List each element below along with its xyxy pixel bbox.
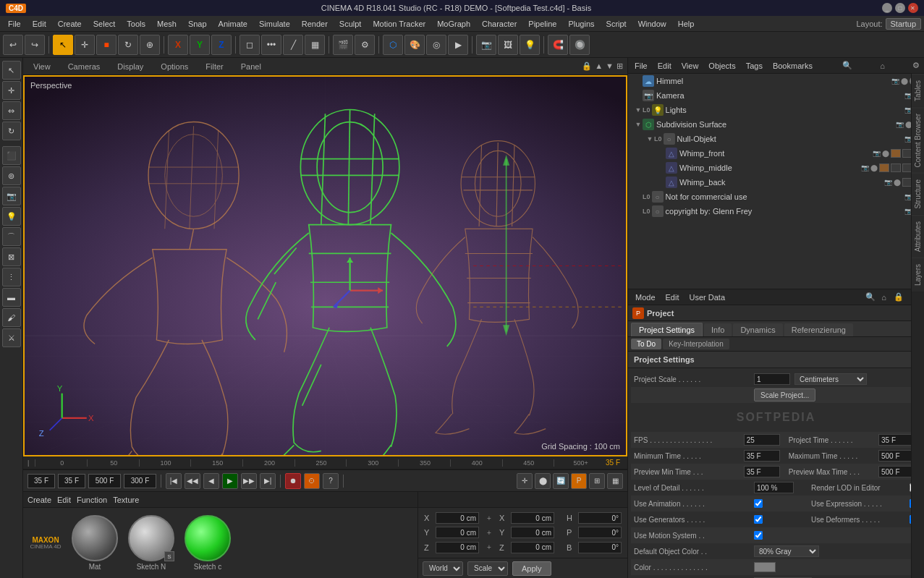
tool-scale[interactable]: ⇔: [2, 101, 21, 120]
coord-x-input[interactable]: [436, 512, 479, 524]
coord-y-input[interactable]: [436, 527, 479, 538]
menu-edit[interactable]: Edit: [27, 18, 51, 30]
attr-usemotion-checkbox[interactable]: [754, 531, 763, 540]
obj-search-icon[interactable]: 🔍: [841, 59, 854, 72]
step-back[interactable]: ◀◀: [185, 473, 200, 489]
menu-mograph[interactable]: MoGraph: [432, 18, 475, 30]
vert-tab-attributes[interactable]: Attributes: [912, 215, 924, 258]
attr-home-icon[interactable]: ⌂: [880, 292, 888, 303]
mat-menu-texture[interactable]: Texture: [113, 496, 139, 504]
obj-row-lights[interactable]: ▼ L0 💡 Lights 📷 ⬤: [628, 103, 924, 117]
layout-dropdown[interactable]: Startup: [886, 18, 921, 30]
material-mat[interactable]: Mat: [69, 515, 120, 571]
material-swatch-sketch2[interactable]: [185, 515, 231, 561]
obj-menu-objects[interactable]: Objects: [705, 60, 739, 72]
vp-tab-filter[interactable]: Filter: [200, 61, 229, 72]
material-swatch-sketch1[interactable]: S: [128, 515, 174, 561]
attr-menu-userdata[interactable]: User Data: [687, 292, 729, 303]
obj-row-notcommercial[interactable]: L0 ○ Not for commercial use 📷 ⬤: [628, 190, 924, 204]
menu-plugins[interactable]: Plugins: [563, 18, 599, 30]
coord-toggle[interactable]: ⬡: [383, 35, 403, 55]
attr-subtab-todo[interactable]: To Do: [631, 339, 661, 349]
scale-project-button[interactable]: Scale Project...: [754, 388, 815, 401]
tool-cube[interactable]: ⬛: [2, 146, 21, 165]
menu-render[interactable]: Render: [297, 18, 333, 30]
attr-mintime-input[interactable]: [744, 450, 780, 462]
play-fast[interactable]: ▶▶: [241, 473, 257, 489]
mat-menu-edit[interactable]: Edit: [57, 496, 71, 504]
move-transport[interactable]: ✛: [517, 473, 533, 489]
max-frame-input[interactable]: [124, 474, 156, 488]
attr-scale-input[interactable]: [754, 373, 790, 385]
vert-tab-content-browser[interactable]: Content Browser: [912, 107, 924, 173]
end-frame-input[interactable]: [88, 474, 121, 488]
tool-light[interactable]: 💡: [2, 207, 21, 226]
go-to-start[interactable]: |◀: [166, 473, 182, 489]
obj-menu-view[interactable]: View: [678, 60, 703, 72]
tool-floor[interactable]: ▬: [2, 288, 21, 307]
menu-snap[interactable]: Snap: [183, 18, 212, 30]
menu-motiontracker[interactable]: Motion Tracker: [368, 18, 431, 30]
move-tool[interactable]: ✛: [75, 35, 95, 55]
vert-tab-layers[interactable]: Layers: [912, 258, 924, 292]
menu-tools[interactable]: Tools: [122, 18, 151, 30]
menu-character[interactable]: Character: [477, 18, 522, 30]
viewport[interactable]: Perspective Grid Spacing : 100 cm: [23, 75, 627, 456]
coord-z2-input[interactable]: [511, 542, 554, 553]
edge-mode[interactable]: ╱: [283, 35, 303, 55]
menu-simulate[interactable]: Simulate: [254, 18, 295, 30]
material-sketch1[interactable]: S Sketch N: [126, 515, 177, 571]
menu-script[interactable]: Script: [601, 18, 632, 30]
auto-keyframe[interactable]: ⏲: [304, 473, 320, 489]
start-frame-input[interactable]: [27, 474, 55, 488]
grid-transport[interactable]: ⊞: [589, 473, 605, 489]
rotate-tool[interactable]: ↻: [118, 35, 138, 55]
coord-p-input[interactable]: [578, 527, 622, 538]
render-view-button[interactable]: 🎬: [333, 35, 353, 55]
obj-menu-file[interactable]: File: [631, 60, 651, 72]
play-forward[interactable]: ▶: [222, 473, 238, 489]
vp-icon-expand[interactable]: ⊞: [616, 61, 623, 71]
menu-sculpt[interactable]: Sculpt: [334, 18, 367, 30]
light-btn[interactable]: 💡: [520, 35, 540, 55]
apply-button[interactable]: Apply: [512, 561, 551, 576]
attr-usegenerators-checkbox[interactable]: [754, 515, 763, 524]
axis-z[interactable]: Z: [211, 35, 232, 55]
attr-color-swatch[interactable]: [754, 562, 776, 572]
vp-tab-cameras[interactable]: Cameras: [62, 61, 106, 72]
loop-transport[interactable]: 🔄: [553, 473, 569, 489]
world-dropdown[interactable]: World: [423, 561, 463, 576]
material-btn[interactable]: ◎: [426, 35, 446, 55]
mat-menu-create[interactable]: Create: [27, 496, 51, 504]
attr-tab-project-settings[interactable]: Project Settings: [631, 323, 703, 336]
point-mode[interactable]: •••: [261, 35, 281, 55]
menu-animate[interactable]: Animate: [213, 18, 253, 30]
help-btn[interactable]: ?: [323, 473, 339, 489]
minimize-button[interactable]: _: [882, 3, 892, 13]
polygon-mode[interactable]: ▦: [305, 35, 325, 55]
obj-row-whimp-front[interactable]: △ Whimp_front 📷 ⬤: [628, 146, 924, 161]
axis-x[interactable]: X: [168, 35, 188, 55]
obj-home-icon[interactable]: ⌂: [878, 60, 886, 72]
attr-useanimation-checkbox[interactable]: [754, 499, 763, 508]
obj-menu-bookmarks[interactable]: Bookmarks: [769, 60, 816, 72]
vp-tab-display[interactable]: Display: [111, 61, 149, 72]
obj-row-subdiv[interactable]: ▼ ⬡ Subdivision Surface 📷 ⬤: [628, 117, 924, 132]
attr-tab-info[interactable]: Info: [704, 323, 732, 336]
coord-b-input[interactable]: [578, 542, 622, 553]
obj-row-kamera[interactable]: 📷 Kamera 📷 ⬤: [628, 88, 924, 103]
obj-row-copyright[interactable]: L0 ○ copyright by: Glenn Frey 📷 ⬤: [628, 204, 924, 218]
scale-tool[interactable]: ■: [96, 35, 116, 55]
obj-menu-edit[interactable]: Edit: [654, 60, 675, 72]
menu-file[interactable]: File: [3, 18, 26, 30]
vp-tab-options[interactable]: Options: [155, 61, 194, 72]
undo-button[interactable]: ↩: [3, 35, 23, 55]
soft-select-btn[interactable]: 🔘: [569, 35, 590, 55]
tool-select[interactable]: ↖: [2, 61, 21, 80]
menu-help[interactable]: Help: [673, 18, 700, 30]
tool-knife[interactable]: ⚔: [2, 328, 21, 347]
pin-transport[interactable]: P: [571, 473, 587, 489]
vert-tab-tables[interactable]: Tables: [912, 74, 924, 107]
menu-select[interactable]: Select: [88, 18, 121, 30]
transform-tool[interactable]: ⊕: [140, 35, 160, 55]
